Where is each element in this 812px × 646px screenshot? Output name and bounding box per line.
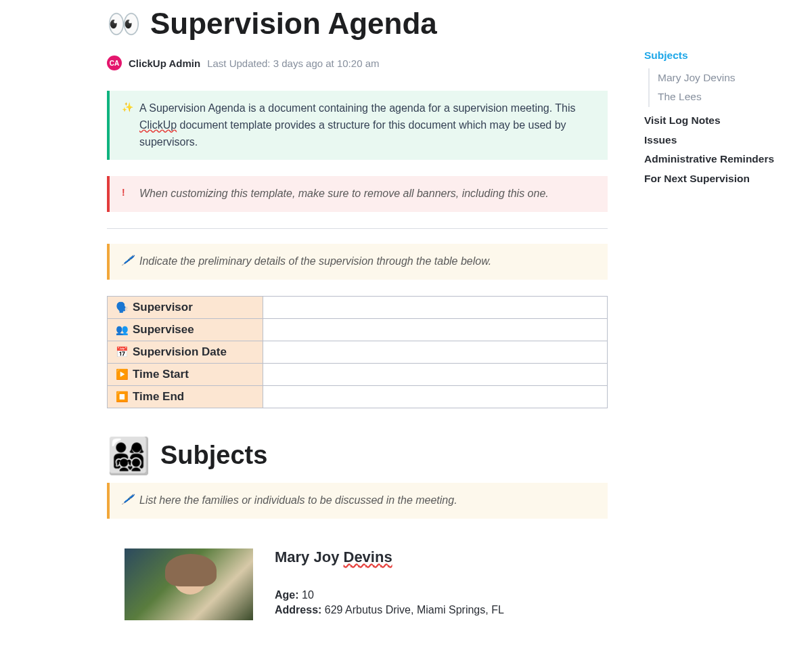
table-label-cell[interactable]: 🗣️Supervisor [108,296,263,318]
hint-banner-subjects[interactable]: 🖊️ List here the families or individuals… [107,483,608,519]
table-label-cell[interactable]: ▶️Time Start [108,363,263,385]
table-row: ▶️Time Start [108,363,608,385]
author-name[interactable]: ClickUp Admin [129,58,200,69]
table-value-cell[interactable] [263,296,608,318]
table-row: 👥Supervisee [108,318,608,341]
table-row: ⏹️Time End [108,385,608,408]
row-icon: ⏹️ [116,391,129,402]
warning-banner-text: When customizing this template, make sur… [139,188,549,199]
table-label-cell[interactable]: ⏹️Time End [108,385,263,408]
warning-banner[interactable]: ! When customizing this template, make s… [107,176,608,212]
exclamation-icon: ! [122,186,125,200]
divider [107,228,608,229]
clickup-link[interactable]: ClickUp [139,119,177,131]
subject-name[interactable]: Mary Joy Devins [275,548,504,566]
row-label: Supervision Date [133,345,227,358]
outline-item[interactable]: Administrative Reminders [644,150,780,169]
table-value-cell[interactable] [263,318,608,341]
hint-banner-subjects-text: List here the families or individuals to… [139,494,457,506]
row-icon: 🗣️ [116,301,129,313]
subject-age-row: Age: 10 [275,589,504,601]
outline-item[interactable]: Issues [644,131,780,150]
eyes-icon: 👀 [107,10,141,37]
document-body: 👀 Supervision Agenda CA ClickUp Admin La… [107,7,608,620]
hint-banner-details-text: Indicate the preliminary details of the … [139,255,491,267]
subject-block: Mary Joy Devins Age: 10 Address: 629 Arb… [107,548,608,620]
subjects-heading[interactable]: Subjects [160,441,267,470]
pen-icon: 🖊️ [122,253,133,268]
subject-info: Mary Joy Devins Age: 10 Address: 629 Arb… [275,548,504,620]
author-avatar[interactable]: CA [107,56,122,70]
row-label: Supervisor [133,301,193,314]
outline-subitems: Mary Joy DevinsThe Lees [648,68,780,107]
table-row: 📅Supervision Date [108,341,608,363]
hint-banner-details[interactable]: 🖊️ Indicate the preliminary details of t… [107,244,608,280]
row-label: Supervisee [133,323,194,336]
row-icon: ▶️ [116,368,129,380]
family-icon: 👨‍👩‍👧‍👦 [107,438,151,473]
row-icon: 📅 [116,346,129,358]
table-value-cell[interactable] [263,385,608,408]
subject-photo[interactable] [125,548,253,620]
table-label-cell[interactable]: 📅Supervision Date [108,341,263,363]
outline-subitem[interactable]: Mary Joy Devins [658,68,780,88]
info-banner[interactable]: ✨ A Supervision Agenda is a document con… [107,91,608,160]
page-title[interactable]: Supervision Agenda [150,7,437,41]
table-value-cell[interactable] [263,341,608,363]
table-label-cell[interactable]: 👥Supervisee [108,318,263,341]
details-table: 🗣️Supervisor👥Supervisee📅Supervision Date… [107,296,608,408]
info-banner-text: A Supervision Agenda is a document conta… [139,102,576,148]
subject-address-row: Address: 629 Arbutus Drive, Miami Spring… [275,604,504,616]
outline-item[interactable]: Subjects [644,46,780,66]
sparkle-icon: ✨ [122,100,133,115]
row-icon: 👥 [116,324,129,335]
page-title-row: 👀 Supervision Agenda [107,7,608,41]
row-label: Time End [133,390,184,403]
outline-item[interactable]: For Next Supervision [644,169,780,189]
table-value-cell[interactable] [263,363,608,385]
table-row: 🗣️Supervisor [108,296,608,318]
outline-item[interactable]: Visit Log Notes [644,111,780,131]
last-updated-label: Last Updated: 3 days ago at 10:20 am [207,58,379,69]
pen-icon: 🖊️ [122,492,133,507]
document-outline: SubjectsMary Joy DevinsThe LeesVisit Log… [644,46,780,189]
outline-subitem[interactable]: The Lees [658,87,780,107]
subjects-heading-row: 👨‍👩‍👧‍👦 Subjects [107,438,608,473]
author-row: CA ClickUp Admin Last Updated: 3 days ag… [107,56,608,70]
row-label: Time Start [133,368,189,381]
